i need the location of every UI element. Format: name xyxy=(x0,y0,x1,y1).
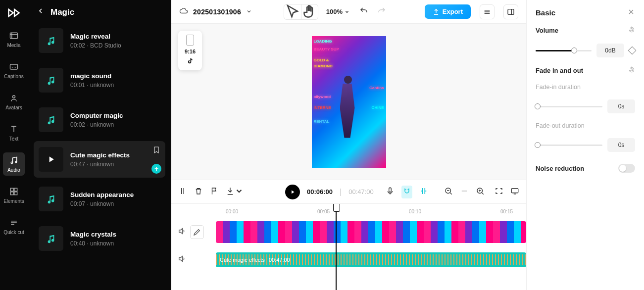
rail-media[interactable]: Media xyxy=(3,28,25,51)
track-meta: 00:01 · unknown xyxy=(70,82,114,89)
timecode-duration: 00:47:00 xyxy=(348,188,374,195)
timecode-current: 00:06:00 xyxy=(307,188,333,195)
fade-in-slider[interactable] xyxy=(536,106,602,107)
track-item[interactable]: Magic reveal00:02 · BCD Studio xyxy=(34,22,165,59)
zoom-out-icon[interactable] xyxy=(444,187,453,197)
track-meta: 00:07 · unknown xyxy=(70,200,134,207)
fade-out-label: Fade-out duration xyxy=(536,122,635,129)
track-item[interactable]: Computer magic00:02 · unknown xyxy=(34,101,165,138)
flag-icon[interactable] xyxy=(210,187,219,197)
track-item-selected[interactable]: Cute magic effects00:47 · unknown + xyxy=(34,141,165,178)
add-button[interactable]: + xyxy=(151,164,161,174)
ruler-tick: 00:15 xyxy=(500,209,513,214)
undo-icon[interactable] xyxy=(359,6,368,17)
timeline-ruler[interactable]: 00:00 00:05 00:10 00:15 xyxy=(171,204,526,220)
ratio-icon xyxy=(186,35,194,46)
svg-point-4 xyxy=(15,161,17,163)
keyframe-icon[interactable] xyxy=(628,47,637,55)
layout-icon[interactable] xyxy=(480,4,495,19)
snap-icon[interactable] xyxy=(419,187,428,197)
top-bar: 202501301906 100% Export xyxy=(171,0,526,24)
edit-track-button[interactable] xyxy=(190,225,204,239)
noise-toggle[interactable] xyxy=(618,164,635,173)
panels-icon[interactable] xyxy=(503,4,518,19)
svg-rect-9 xyxy=(508,9,514,14)
timeline[interactable]: 00:00 00:05 00:10 00:15 Cute magic e xyxy=(171,203,526,290)
svg-rect-0 xyxy=(10,33,18,39)
audio-clip[interactable]: Cute magic effects 00:47:00 xyxy=(216,252,526,267)
properties-panel: Basic Volume 0dB Fade in and out Fade-in… xyxy=(526,0,644,290)
rail-label: Media xyxy=(7,43,20,48)
track-meta: 00:47 · unknown xyxy=(70,161,130,168)
rail-elements[interactable]: Elements xyxy=(3,184,25,207)
rail-quickcut[interactable]: Quick cut xyxy=(3,215,25,238)
project-name[interactable]: 202501301906 xyxy=(193,8,241,16)
fit-icon[interactable] xyxy=(495,187,503,197)
cloud-icon[interactable] xyxy=(179,6,188,17)
magnet-icon[interactable] xyxy=(401,186,412,198)
fade-out-slider[interactable] xyxy=(536,145,602,146)
rail-text[interactable]: Text xyxy=(3,121,25,145)
track-item[interactable]: Magic crystals00:40 · unknown xyxy=(34,220,165,257)
reset-icon[interactable] xyxy=(628,66,635,75)
back-icon[interactable] xyxy=(37,7,45,17)
split-icon[interactable] xyxy=(178,187,187,197)
track-item[interactable]: Sudden appearance00:07 · unknown xyxy=(34,181,165,217)
video-preview: LOADING BEAUTY SUP GOLD & DIAMOND Cantin… xyxy=(312,36,386,168)
play-button[interactable] xyxy=(285,185,300,199)
track-list[interactable]: Magic reveal00:02 · BCD Studio magic sou… xyxy=(28,22,171,290)
main-area: 202501301906 100% Export 9:16 LOADING BE… xyxy=(171,0,526,290)
clip-duration: 00:47:00 xyxy=(269,257,290,263)
rail-captions[interactable]: Captions xyxy=(3,59,25,82)
monitor-icon[interactable] xyxy=(510,187,519,197)
track-title: Magic crystals xyxy=(70,231,116,238)
reset-icon[interactable] xyxy=(628,26,635,35)
rail-label: Text xyxy=(9,136,18,142)
speaker-icon[interactable] xyxy=(177,227,186,238)
track-title: Computer magic xyxy=(70,112,123,119)
preview-canvas[interactable]: 9:16 LOADING BEAUTY SUP GOLD & DIAMOND C… xyxy=(171,24,526,180)
zoom-slider-icon[interactable] xyxy=(460,187,469,197)
aspect-ratio-badge[interactable]: 9:16 xyxy=(178,31,202,70)
timeline-tracks: Cute magic effects 00:47:00 xyxy=(171,220,526,275)
playhead[interactable] xyxy=(336,204,337,290)
track-meta: 00:40 · unknown xyxy=(70,240,116,247)
cursor-tools xyxy=(284,4,318,20)
hand-tool[interactable] xyxy=(301,4,318,19)
svg-rect-5 xyxy=(10,188,13,191)
video-clip[interactable] xyxy=(216,221,526,243)
ruler-tick: 00:10 xyxy=(409,209,421,214)
select-tool[interactable] xyxy=(284,4,301,19)
bookmark-icon[interactable] xyxy=(152,146,160,156)
mic-icon[interactable] xyxy=(386,187,395,197)
svg-rect-10 xyxy=(389,188,392,192)
rail-audio[interactable]: Audio xyxy=(3,152,25,176)
svg-point-3 xyxy=(11,162,12,163)
volume-value[interactable]: 0dB xyxy=(596,44,624,57)
volume-slider[interactable] xyxy=(536,50,592,51)
tiktok-icon xyxy=(187,57,194,66)
fade-out-value[interactable]: 0s xyxy=(607,138,635,152)
ruler-tick: 00:00 xyxy=(226,209,238,214)
close-icon[interactable] xyxy=(627,8,635,17)
video-track-row xyxy=(171,220,526,244)
track-item[interactable]: magic sound00:01 · unknown xyxy=(34,62,165,98)
download-icon[interactable] xyxy=(226,187,244,197)
delete-icon[interactable] xyxy=(194,187,203,197)
rail-avatars[interactable]: Avatars xyxy=(3,90,25,113)
play-icon[interactable] xyxy=(39,147,63,172)
zoom-in-icon[interactable] xyxy=(476,187,485,197)
zoom-level[interactable]: 100% xyxy=(326,8,349,15)
left-rail: Media Captions Avatars Text Audio Elemen… xyxy=(0,0,28,290)
track-title: Cute magic effects xyxy=(70,151,130,159)
music-icon xyxy=(39,187,63,211)
rail-label: Audio xyxy=(7,167,20,173)
fade-in-value[interactable]: 0s xyxy=(607,99,635,113)
export-button[interactable]: Export xyxy=(425,4,471,19)
music-icon xyxy=(39,68,63,93)
redo-icon[interactable] xyxy=(377,6,386,17)
svg-rect-13 xyxy=(511,188,518,193)
speaker-icon[interactable] xyxy=(177,254,186,265)
chevron-down-icon[interactable] xyxy=(246,7,252,16)
svg-rect-8 xyxy=(14,192,17,195)
